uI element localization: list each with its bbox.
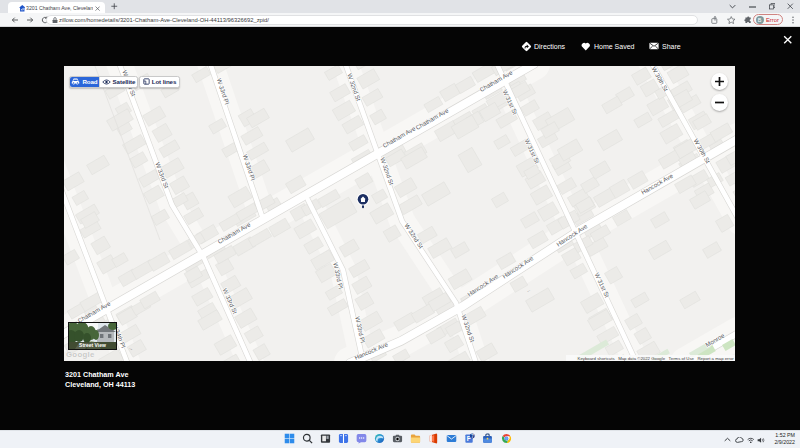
svg-text:7: 7 [471, 433, 474, 439]
